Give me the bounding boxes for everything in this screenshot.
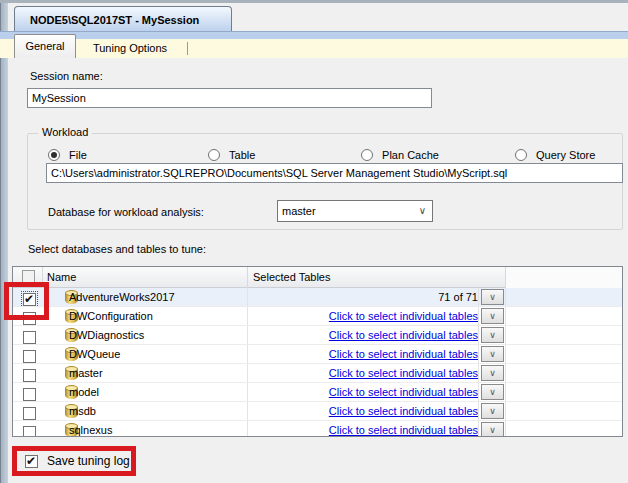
column-header-name[interactable]: Name bbox=[43, 267, 248, 288]
row-dropdown-button[interactable]: ∨ bbox=[481, 308, 504, 324]
table-row[interactable]: sqlnexus Click to select individual tabl… bbox=[13, 421, 622, 437]
radio-file-circle bbox=[48, 149, 60, 161]
gridline bbox=[505, 326, 506, 344]
row-dropdown-button[interactable]: ∨ bbox=[481, 289, 504, 305]
databases-grid: Name Selected Tables AdventureWorks2017 … bbox=[12, 266, 623, 437]
annotation-box-save-log bbox=[12, 446, 136, 476]
tab-tuning-options[interactable]: Tuning Options bbox=[78, 39, 182, 58]
radio-table-circle bbox=[208, 149, 220, 161]
tab-general[interactable]: General bbox=[14, 34, 76, 58]
database-analysis-combo[interactable]: master ∨ bbox=[277, 200, 433, 222]
radio-query-store-label: Query Store bbox=[536, 149, 595, 161]
row-checkbox[interactable] bbox=[23, 426, 36, 437]
select-individual-tables-link[interactable]: Click to select individual tables bbox=[329, 329, 478, 341]
selected-tables-cell: Click to select individual tables bbox=[238, 421, 478, 437]
tuning-advisor-window: NODE5\SQL2017ST - MySession General Tuni… bbox=[0, 0, 628, 483]
gridline bbox=[505, 345, 506, 363]
gridline bbox=[247, 364, 248, 382]
table-row[interactable]: DWDiagnostics Click to select individual… bbox=[13, 326, 622, 345]
database-name: DWQueue bbox=[69, 345, 120, 364]
row-dropdown-button[interactable]: ∨ bbox=[481, 422, 504, 437]
window-top-edge bbox=[0, 0, 628, 3]
radio-plan-cache-circle bbox=[361, 149, 373, 161]
grid-header: Name Selected Tables bbox=[13, 267, 622, 288]
chevron-down-icon: ∨ bbox=[419, 201, 426, 221]
gridline bbox=[247, 383, 248, 401]
selected-tables-cell: Click to select individual tables bbox=[238, 326, 478, 345]
gridline bbox=[505, 421, 506, 437]
row-dropdown-button[interactable]: ∨ bbox=[481, 327, 504, 343]
grid-body: AdventureWorks2017 71 of 71 ∨ DWConfigur… bbox=[13, 288, 622, 437]
gridline bbox=[478, 307, 479, 325]
select-individual-tables-link[interactable]: Click to select individual tables bbox=[329, 310, 478, 322]
select-individual-tables-link[interactable]: Click to select individual tables bbox=[329, 386, 478, 398]
select-databases-label: Select databases and tables to tune: bbox=[28, 243, 206, 255]
gridline bbox=[247, 421, 248, 437]
database-name: model bbox=[69, 383, 99, 402]
session-name-label: Session name: bbox=[30, 70, 103, 82]
workload-group-label: Workload bbox=[38, 126, 92, 138]
row-dropdown-button[interactable]: ∨ bbox=[481, 403, 504, 419]
row-checkbox[interactable] bbox=[23, 369, 36, 382]
document-tab[interactable]: NODE5\SQL2017ST - MySession bbox=[14, 6, 232, 32]
gridline bbox=[247, 288, 248, 306]
database-name: msdb bbox=[69, 402, 96, 421]
table-row[interactable]: AdventureWorks2017 71 of 71 ∨ bbox=[13, 288, 622, 307]
annotation-box-checkbox bbox=[4, 282, 49, 320]
gridline bbox=[505, 383, 506, 401]
session-name-input[interactable]: MySession bbox=[27, 88, 432, 108]
gridline bbox=[505, 402, 506, 420]
gridline bbox=[505, 364, 506, 382]
left-splitter[interactable] bbox=[0, 3, 8, 483]
select-individual-tables-link[interactable]: Click to select individual tables bbox=[329, 424, 478, 436]
gridline bbox=[478, 383, 479, 401]
gridline bbox=[478, 288, 479, 306]
radio-file[interactable]: File bbox=[48, 148, 87, 162]
gridline bbox=[478, 364, 479, 382]
database-name: sqlnexus bbox=[69, 421, 112, 437]
database-name: AdventureWorks2017 bbox=[69, 288, 175, 307]
table-row[interactable]: DWConfiguration Click to select individu… bbox=[13, 307, 622, 326]
select-individual-tables-link[interactable]: Click to select individual tables bbox=[329, 348, 478, 360]
column-header-selected-tables[interactable]: Selected Tables bbox=[248, 267, 506, 288]
tab-general-label: General bbox=[25, 40, 64, 52]
row-dropdown-button[interactable]: ∨ bbox=[481, 384, 504, 400]
header-empty-area bbox=[506, 267, 622, 288]
row-checkbox[interactable] bbox=[23, 350, 36, 363]
gridline bbox=[247, 402, 248, 420]
radio-query-store[interactable]: Query Store bbox=[515, 148, 595, 162]
workload-groupbox: Workload File Table Plan Cache Query Sto… bbox=[27, 133, 623, 230]
table-row[interactable]: msdb Click to select individual tables ∨ bbox=[13, 402, 622, 421]
row-dropdown-button[interactable]: ∨ bbox=[481, 346, 504, 362]
gridline bbox=[247, 345, 248, 363]
radio-file-label: File bbox=[69, 149, 87, 161]
tab-tuning-options-label: Tuning Options bbox=[93, 42, 167, 54]
selected-tables-cell: Click to select individual tables bbox=[238, 364, 478, 383]
gridline bbox=[478, 421, 479, 437]
table-row[interactable]: DWQueue Click to select individual table… bbox=[13, 345, 622, 364]
row-dropdown-button[interactable]: ∨ bbox=[481, 365, 504, 381]
radio-plan-cache[interactable]: Plan Cache bbox=[361, 148, 439, 162]
radio-plan-cache-label: Plan Cache bbox=[382, 149, 439, 161]
table-row[interactable]: model Click to select individual tables … bbox=[13, 383, 622, 402]
row-checkbox[interactable] bbox=[23, 331, 36, 344]
select-individual-tables-link[interactable]: Click to select individual tables bbox=[329, 405, 478, 417]
row-checkbox[interactable] bbox=[23, 388, 36, 401]
selected-tables-cell: Click to select individual tables bbox=[238, 345, 478, 364]
workload-file-path-input[interactable]: C:\Users\administrator.SQLREPRO\Document… bbox=[46, 163, 623, 183]
gridline bbox=[478, 326, 479, 344]
radio-table[interactable]: Table bbox=[208, 148, 255, 162]
database-analysis-value: master bbox=[282, 205, 316, 217]
gridline bbox=[478, 402, 479, 420]
selected-tables-cell: Click to select individual tables bbox=[238, 383, 478, 402]
selected-tables-cell: Click to select individual tables bbox=[238, 402, 478, 421]
gridline bbox=[247, 326, 248, 344]
gridline bbox=[505, 307, 506, 325]
document-tab-title: NODE5\SQL2017ST - MySession bbox=[30, 14, 199, 26]
select-individual-tables-link[interactable]: Click to select individual tables bbox=[329, 367, 478, 379]
row-checkbox[interactable] bbox=[23, 407, 36, 420]
database-name: DWDiagnostics bbox=[69, 326, 144, 345]
table-row[interactable]: master Click to select individual tables… bbox=[13, 364, 622, 383]
database-name: master bbox=[69, 364, 103, 383]
database-name: DWConfiguration bbox=[69, 307, 153, 326]
